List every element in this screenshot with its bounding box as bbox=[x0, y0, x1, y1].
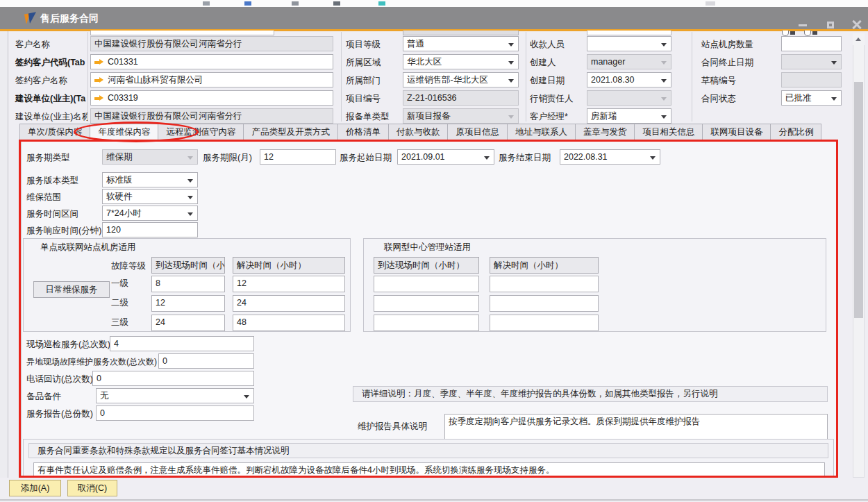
signing-customer-name-field[interactable]: 河南省山脉科贸有限公司 bbox=[90, 72, 333, 87]
region-value: 华北大区 bbox=[407, 57, 442, 67]
dropdown-icon bbox=[508, 79, 514, 83]
tab-price-list[interactable]: 价格清单 bbox=[337, 124, 388, 140]
maximize-icon bbox=[827, 22, 834, 28]
dropdown-icon bbox=[508, 43, 514, 47]
creator-label: 创建人 bbox=[530, 58, 556, 68]
tab-seal-shipping[interactable]: 盖章与发货 bbox=[575, 124, 635, 140]
contract-status-select[interactable]: 已批准 bbox=[781, 90, 842, 106]
dropdown-icon bbox=[187, 212, 193, 216]
level-1-arrive-input[interactable]: 8 bbox=[151, 276, 225, 292]
contract-end-date-select[interactable] bbox=[781, 54, 842, 69]
level-2-arrive-input[interactable]: 12 bbox=[151, 295, 225, 312]
service-end-select[interactable]: 2022.08.31 bbox=[560, 149, 660, 165]
level-3-resolve-input[interactable]: 48 bbox=[233, 315, 345, 331]
dropdown-icon bbox=[187, 156, 193, 160]
tab-allocation-ratio[interactable]: 分配比例 bbox=[770, 124, 821, 140]
department-select[interactable]: 运维销售部-华北大区 bbox=[403, 72, 519, 87]
owner-name-field: 中国建设银行股份有限公司河南省分行 bbox=[90, 108, 333, 124]
center-resolve-input-2[interactable] bbox=[490, 295, 599, 312]
inspection-count-field[interactable]: 4 bbox=[110, 336, 254, 351]
service-start-select[interactable]: 2021.09.01 bbox=[397, 149, 494, 165]
create-date-select[interactable]: 2021.08.30 bbox=[587, 72, 671, 87]
draft-number-field bbox=[781, 72, 842, 87]
draft-number-label: 草稿编号 bbox=[701, 76, 736, 86]
dropdown-icon bbox=[187, 179, 193, 183]
report-hint: 请详细说明：月度、季度、半年度、年度维护报告的具体份数，如属其他类型报告，另行说… bbox=[353, 386, 828, 402]
level-1-resolve-input[interactable]: 12 bbox=[233, 276, 345, 292]
level-2-resolve-input[interactable]: 24 bbox=[233, 295, 345, 312]
tab-networked-devices[interactable]: 联网项目设备 bbox=[702, 124, 770, 140]
spare-parts-select[interactable]: 无 bbox=[96, 388, 254, 403]
terms-input[interactable]: 有事件责任认定及赔偿条例，注意生成系统事件赔偿。判断宕机故障为设备故障后备件4小… bbox=[33, 462, 825, 477]
report-detail-input[interactable]: 按季度定期向客户提供服务记录文档。质保到期提供年度维护报告 bbox=[444, 414, 828, 440]
toolbar-icon bbox=[378, 1, 385, 6]
offsite-count-field[interactable]: 0 bbox=[158, 353, 254, 369]
dropdown-icon bbox=[187, 196, 193, 199]
center-arrive-input-3[interactable] bbox=[374, 315, 479, 331]
fault-level-header: 故障等级 bbox=[111, 261, 146, 271]
window-titlebar: 售后服务合同 bbox=[0, 7, 868, 29]
link-arrow-icon bbox=[94, 95, 103, 101]
service-end-label: 服务结束日期 bbox=[499, 153, 551, 163]
owner-name-label: 建设单位(业主)名称 bbox=[15, 112, 87, 122]
service-version-select[interactable]: 标准版 bbox=[102, 172, 198, 187]
department-label: 所属部门 bbox=[346, 76, 381, 86]
owner-code-label: 建设单位(业主)(Ta bbox=[15, 94, 85, 104]
cancel-button[interactable]: 取消(C) bbox=[67, 480, 117, 496]
link-arrow-icon bbox=[94, 59, 103, 65]
tab-original-project[interactable]: 原项目信息 bbox=[447, 124, 507, 140]
daily-maintenance-label: 日常维保服务 bbox=[33, 281, 110, 298]
resolve-time-header: 解决时间（小时） bbox=[233, 257, 345, 274]
project-number-field: Z-21-016536 bbox=[403, 90, 519, 106]
tab-remote-monitoring[interactable]: 远程监测值守内容 bbox=[158, 124, 243, 140]
contract-end-date-label: 合同终止日期 bbox=[701, 58, 753, 68]
column-separator bbox=[692, 32, 692, 122]
dropdown-icon bbox=[484, 156, 490, 160]
tab-single-warranty[interactable]: 单次/质保内容 bbox=[19, 124, 90, 140]
report-count-field[interactable]: 0 bbox=[96, 405, 254, 421]
service-hours-select[interactable]: 7*24小时 bbox=[102, 206, 198, 221]
response-time-field[interactable]: 120 bbox=[102, 222, 198, 237]
service-months-label: 服务期限(月) bbox=[203, 153, 252, 163]
contract-status-value: 已批准 bbox=[785, 93, 812, 103]
service-version-label: 服务版本类型 bbox=[26, 176, 78, 186]
scroll-up-button[interactable] bbox=[853, 33, 865, 45]
tab-payment[interactable]: 付款与收款 bbox=[388, 124, 448, 140]
report-detail-label: 维护报告具体说明 bbox=[358, 421, 427, 432]
account-manager-select[interactable]: 房新瑞 bbox=[587, 108, 671, 124]
clipped-radio bbox=[782, 31, 789, 36]
dropdown-icon bbox=[831, 97, 837, 101]
site-room-count-field[interactable] bbox=[781, 36, 842, 51]
region-label: 所属区域 bbox=[346, 58, 381, 68]
project-grade-select[interactable]: 普通 bbox=[403, 36, 519, 51]
callback-count-field[interactable]: 0 bbox=[92, 371, 254, 386]
clipped-radio-label bbox=[790, 31, 795, 35]
tab-product-invoice[interactable]: 产品类型及开票方式 bbox=[243, 124, 337, 140]
service-start-value: 2021.09.01 bbox=[401, 152, 445, 162]
owner-code-value: C03319 bbox=[108, 93, 138, 103]
service-months-field[interactable]: 12 bbox=[260, 149, 336, 165]
tab-project-info[interactable]: 项目相关信息 bbox=[634, 124, 702, 140]
owner-code-field[interactable]: C03319 bbox=[90, 90, 333, 106]
tab-annual-maintenance[interactable]: 年度维保内容 bbox=[90, 124, 158, 141]
add-button[interactable]: 添加(A) bbox=[9, 480, 61, 496]
center-arrive-input-1[interactable] bbox=[374, 276, 479, 292]
terms-title: 服务合同重要条款和特殊条款规定以及服务合同签订基本情况说明 bbox=[28, 443, 828, 458]
project-number-label: 项目编号 bbox=[346, 94, 381, 104]
signing-customer-code-field[interactable]: C01331 bbox=[90, 54, 333, 69]
maintenance-scope-select[interactable]: 软硬件 bbox=[102, 189, 198, 204]
scrollbar-thumb[interactable] bbox=[854, 82, 863, 318]
center-resolve-input-1[interactable] bbox=[490, 276, 599, 292]
report-type-select: 新项目报备 bbox=[403, 108, 519, 124]
dropdown-icon bbox=[661, 115, 667, 119]
column-separator bbox=[526, 32, 526, 122]
center-resolve-header: 解决时间（小时） bbox=[490, 257, 599, 274]
center-resolve-input-3[interactable] bbox=[490, 315, 599, 331]
collector-select[interactable] bbox=[587, 36, 671, 51]
clipped-field bbox=[587, 31, 671, 35]
service-start-label: 服务起始日期 bbox=[340, 153, 392, 163]
center-arrive-input-2[interactable] bbox=[374, 295, 479, 312]
tab-address-contacts[interactable]: 地址与联系人 bbox=[507, 124, 575, 140]
level-3-arrive-input[interactable]: 24 bbox=[151, 315, 225, 331]
region-select[interactable]: 华北大区 bbox=[403, 54, 519, 69]
